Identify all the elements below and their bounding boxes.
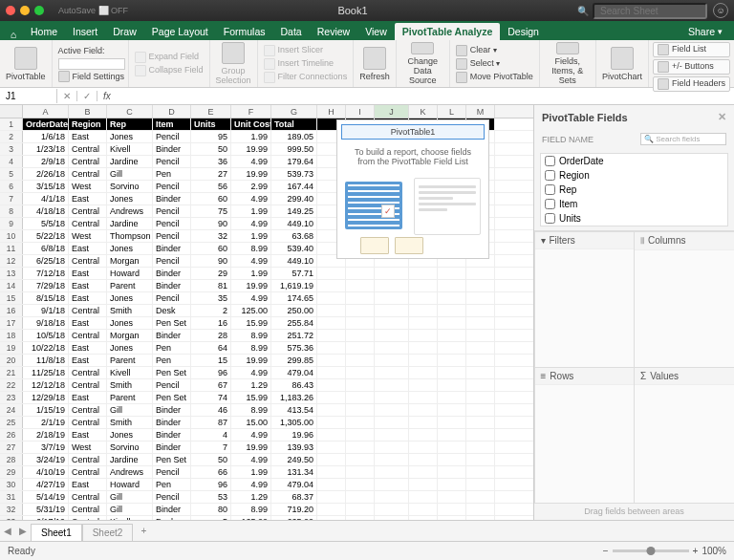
cell[interactable]: 95	[191, 131, 231, 142]
cell[interactable]: Binder	[153, 243, 191, 254]
cell[interactable]	[375, 454, 409, 465]
cell[interactable]: Pen Set	[153, 317, 191, 329]
row-header[interactable]: 23	[0, 392, 23, 403]
table-row[interactable]: 241/15/19CentralGillBinder468.99413.54	[0, 404, 533, 417]
field-checkbox[interactable]	[545, 199, 555, 209]
cell[interactable]: Binder	[153, 193, 191, 205]
row-header[interactable]: 29	[0, 466, 23, 478]
cell[interactable]: 66	[191, 466, 231, 478]
cell[interactable]	[466, 367, 495, 378]
cell[interactable]: East	[69, 355, 107, 366]
cell[interactable]: Central	[69, 143, 107, 155]
values-area[interactable]: ΣValues	[634, 367, 734, 504]
cell[interactable]: Smith	[107, 379, 153, 391]
cell[interactable]: 5	[191, 516, 231, 520]
column-header-H[interactable]: H	[317, 105, 346, 118]
cell[interactable]	[466, 342, 495, 354]
cell[interactable]	[466, 268, 495, 279]
table-row[interactable]: 304/27/19EastHowardPen964.99479.04	[0, 479, 533, 491]
column-header-A[interactable]: A	[23, 105, 69, 118]
cell[interactable]: 1/23/18	[23, 143, 69, 155]
cell[interactable]: Pencil	[153, 255, 191, 267]
cell[interactable]: Central	[69, 454, 107, 465]
cell[interactable]	[346, 466, 375, 478]
zoom-slider[interactable]	[613, 549, 689, 552]
table-row[interactable]: 2011/8/18EastParentPen1519.99299.85	[0, 355, 533, 367]
cell[interactable]	[438, 417, 466, 428]
cell[interactable]: Morgan	[107, 330, 153, 341]
cell[interactable]	[409, 292, 438, 304]
cell[interactable]	[466, 392, 495, 403]
cell[interactable]: 81	[191, 280, 231, 291]
column-header-K[interactable]: K	[409, 105, 438, 118]
cell[interactable]: 125.00	[231, 516, 271, 520]
cell[interactable]	[317, 404, 346, 416]
cancel-formula-icon[interactable]: ✕	[57, 91, 77, 101]
cell[interactable]	[466, 504, 495, 515]
row-header[interactable]: 11	[0, 243, 23, 254]
cell[interactable]	[438, 429, 466, 441]
enter-formula-icon[interactable]: ✓	[77, 91, 97, 101]
cell[interactable]: 86.43	[271, 379, 317, 391]
cell[interactable]: Desk	[153, 516, 191, 520]
cell[interactable]: Pen	[153, 355, 191, 366]
cell[interactable]: 4/1/18	[23, 193, 69, 205]
cell[interactable]: 10/22/18	[23, 342, 69, 354]
cell[interactable]	[466, 516, 495, 520]
cell[interactable]: 11/8/18	[23, 355, 69, 366]
cell[interactable]: 1.99	[231, 230, 271, 242]
cell[interactable]	[346, 429, 375, 441]
cell[interactable]	[317, 429, 346, 441]
cell[interactable]	[409, 379, 438, 391]
cell[interactable]: Central	[69, 417, 107, 428]
cell[interactable]	[466, 454, 495, 465]
cell[interactable]: 19.99	[231, 143, 271, 155]
cell[interactable]: 575.36	[271, 342, 317, 354]
cell[interactable]: 479.04	[271, 367, 317, 378]
cell[interactable]: Pencil	[153, 181, 191, 192]
ribbon-tab-data[interactable]: Data	[273, 23, 310, 40]
cell[interactable]: Jones	[107, 131, 153, 142]
cell[interactable]: 4	[191, 429, 231, 441]
cell[interactable]	[346, 342, 375, 354]
column-header-F[interactable]: F	[231, 105, 271, 118]
cell[interactable]: 6/8/18	[23, 243, 69, 254]
cell[interactable]	[409, 392, 438, 403]
column-header-L[interactable]: L	[438, 105, 466, 118]
cell[interactable]: Gill	[107, 504, 153, 515]
cell[interactable]: East	[69, 280, 107, 291]
row-header[interactable]: 27	[0, 442, 23, 453]
cell[interactable]: Binder	[153, 143, 191, 155]
cell[interactable]	[375, 392, 409, 403]
worksheet-area[interactable]: ABCDEFGHIJKLM 1OrderDateRegionRepItemUni…	[0, 105, 533, 520]
cell[interactable]: East	[69, 131, 107, 142]
cell[interactable]: Jardine	[107, 454, 153, 465]
cell[interactable]: 1.99	[231, 466, 271, 478]
cell[interactable]: 2	[191, 305, 231, 316]
cell[interactable]: East	[69, 392, 107, 403]
cell[interactable]: 4.99	[231, 255, 271, 267]
cell[interactable]: 67	[191, 379, 231, 391]
cell[interactable]	[438, 454, 466, 465]
cell[interactable]	[375, 491, 409, 503]
cell[interactable]: 74	[191, 392, 231, 403]
row-header[interactable]: 26	[0, 429, 23, 441]
cell[interactable]: Pen	[153, 168, 191, 180]
cell[interactable]: 167.44	[271, 181, 317, 192]
cell[interactable]: 251.72	[271, 330, 317, 341]
cell[interactable]	[409, 466, 438, 478]
cell[interactable]: 625.00	[271, 516, 317, 520]
change-datasource-button[interactable]: ChangeData Source	[397, 40, 450, 87]
cell[interactable]: Gill	[107, 168, 153, 180]
cell[interactable]: 27	[191, 168, 231, 180]
table-row[interactable]: 169/1/18CentralSmithDesk2125.00250.00	[0, 305, 533, 317]
cell[interactable]: 1/6/18	[23, 131, 69, 142]
cell[interactable]: Central	[69, 367, 107, 378]
cell[interactable]: Desk	[153, 305, 191, 316]
table-row[interactable]: 1810/5/18CentralMorganBinder288.99251.72	[0, 330, 533, 342]
cell[interactable]: 19.99	[231, 280, 271, 291]
cell[interactable]	[466, 305, 495, 316]
cell[interactable]: West	[69, 230, 107, 242]
cell[interactable]	[317, 379, 346, 391]
cell[interactable]: East	[69, 479, 107, 490]
